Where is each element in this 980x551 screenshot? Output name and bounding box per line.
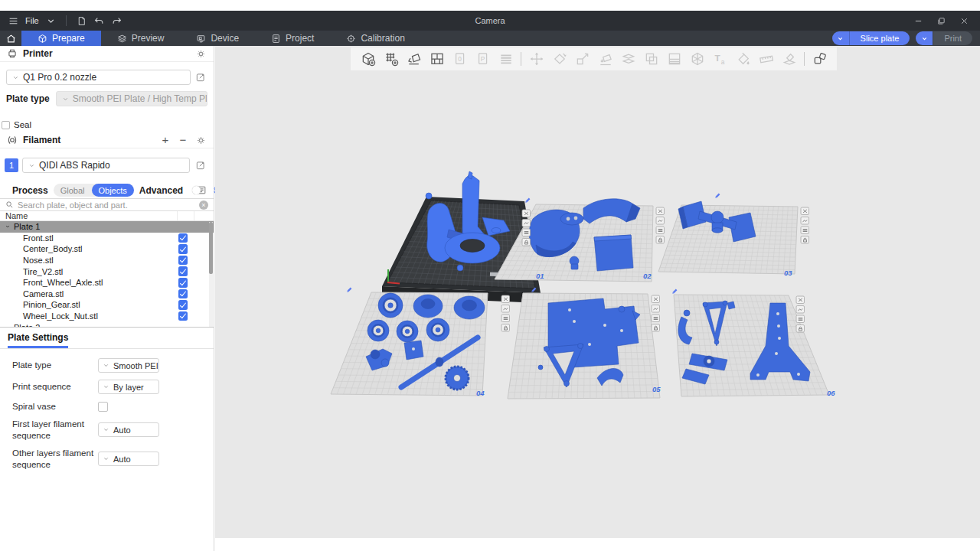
- slice-plate-button[interactable]: Slice plate: [832, 31, 910, 45]
- scope-global[interactable]: Global: [54, 186, 92, 195]
- tab-preview[interactable]: Preview: [101, 31, 181, 46]
- save-project-icon[interactable]: [76, 15, 87, 27]
- process-scope-toggle[interactable]: Global Objects: [54, 184, 134, 197]
- tree-row-plate-1[interactable]: Plate 1: [0, 221, 214, 233]
- mesh-edit-icon[interactable]: [689, 51, 705, 67]
- add-plate-icon[interactable]: [383, 51, 399, 67]
- rename-plate-pencil-icon[interactable]: [525, 198, 530, 203]
- spiral-vase-checkbox[interactable]: [98, 402, 108, 412]
- plate-settings-icon[interactable]: [801, 227, 809, 234]
- delete-plate-icon[interactable]: [796, 296, 805, 304]
- lock-plate-icon[interactable]: [652, 324, 660, 332]
- redo-icon[interactable]: [111, 15, 122, 27]
- build-plates-scene[interactable]: 010203040506: [215, 46, 980, 538]
- color-paint-icon[interactable]: [735, 51, 751, 67]
- scale-icon[interactable]: [574, 51, 590, 67]
- move-icon[interactable]: [528, 51, 544, 67]
- hamburger-menu-icon[interactable]: [8, 15, 19, 27]
- ps-first-layer-seq-select[interactable]: Auto: [98, 422, 159, 437]
- add-filament-button[interactable]: +: [159, 135, 172, 145]
- lock-plate-icon[interactable]: [522, 239, 531, 246]
- rotate-icon[interactable]: [551, 51, 567, 67]
- object-visibility-checkbox[interactable]: [178, 256, 188, 266]
- home-tab[interactable]: [0, 31, 21, 46]
- object-visibility-checkbox[interactable]: [178, 244, 188, 254]
- tree-row-object[interactable]: Camera.stl: [0, 289, 214, 300]
- tree-row-plate-2[interactable]: Plate 2: [0, 321, 214, 328]
- filament-edit-icon[interactable]: [194, 158, 207, 172]
- expand-chevron-icon[interactable]: [5, 324, 11, 328]
- lay-on-face-icon[interactable]: [597, 51, 613, 67]
- seam-paint-icon[interactable]: [781, 51, 797, 67]
- ps-print-sequence-select[interactable]: By layer: [98, 380, 159, 394]
- variable-layer-height-icon[interactable]: [666, 51, 682, 67]
- edit-plate-name-icon[interactable]: [501, 305, 510, 313]
- ps-plate-type-select[interactable]: Smooth PEI ...: [98, 358, 159, 373]
- delete-plate-icon[interactable]: [522, 210, 531, 217]
- printer-settings-gear-icon[interactable]: [194, 47, 207, 60]
- plate-type-select[interactable]: Smooth PEI Plate / High Temp Plate: [56, 91, 207, 106]
- restore-button[interactable]: [931, 13, 951, 28]
- tree-row-object[interactable]: Front_Wheel_Axle.stl: [0, 277, 214, 289]
- add-object-icon[interactable]: [360, 51, 376, 67]
- paste-icon[interactable]: P: [475, 51, 491, 67]
- search-input[interactable]: [18, 201, 195, 210]
- tree-row-object[interactable]: Front.stl: [0, 233, 214, 244]
- search-clear-icon[interactable]: ×: [199, 201, 208, 210]
- plate-settings-icon[interactable]: [522, 229, 531, 236]
- object-visibility-checkbox[interactable]: [178, 289, 188, 299]
- delete-plate-icon[interactable]: [801, 207, 809, 215]
- tab-calibration[interactable]: Calibration: [330, 31, 420, 46]
- tree-row-object[interactable]: Center_Body.stl: [0, 243, 214, 255]
- delete-plate-icon[interactable]: [656, 207, 665, 215]
- copy-icon[interactable]: 0: [452, 51, 468, 67]
- seal-checkbox[interactable]: [2, 121, 10, 129]
- mirror-icon[interactable]: [643, 51, 659, 67]
- file-menu-chevron-icon[interactable]: [45, 15, 57, 27]
- tree-row-object[interactable]: Tire_V2.stl: [0, 266, 214, 277]
- undo-icon[interactable]: [93, 15, 105, 27]
- printer-preset-select[interactable]: Q1 Pro 0.2 nozzle: [6, 70, 191, 85]
- tab-project[interactable]: Project: [255, 31, 330, 46]
- measure-icon[interactable]: [758, 51, 774, 67]
- list-scrollbar-thumb[interactable]: [209, 222, 213, 274]
- edit-plate-name-icon[interactable]: [656, 217, 665, 225]
- object-visibility-checkbox[interactable]: [178, 233, 188, 243]
- object-visibility-checkbox[interactable]: [178, 311, 188, 321]
- rename-plate-pencil-icon[interactable]: [672, 289, 677, 294]
- 3d-viewport[interactable]: 010203040506 0PTa: [215, 46, 980, 538]
- auto-orient-icon[interactable]: [406, 51, 422, 67]
- assembly-view-icon[interactable]: [812, 51, 828, 67]
- delete-plate-icon[interactable]: [652, 295, 660, 303]
- object-visibility-checkbox[interactable]: [178, 266, 188, 276]
- lock-plate-icon[interactable]: [796, 325, 805, 333]
- lock-plate-icon[interactable]: [656, 236, 665, 244]
- slice-dropdown-chevron-icon[interactable]: [832, 31, 849, 45]
- edit-plate-name-icon[interactable]: [522, 220, 531, 227]
- rename-plate-pencil-icon[interactable]: [347, 288, 351, 292]
- printer-edit-icon[interactable]: [194, 70, 207, 84]
- filament-settings-gear-icon[interactable]: [194, 134, 207, 146]
- rename-plate-pencil-icon[interactable]: [715, 194, 720, 198]
- tree-row-object[interactable]: Wheel_Lock_Nut.stl: [0, 311, 214, 322]
- object-visibility-checkbox[interactable]: [178, 278, 188, 288]
- edit-plate-name-icon[interactable]: [801, 217, 809, 225]
- print-dropdown-chevron-icon[interactable]: [916, 31, 933, 45]
- tab-device[interactable]: Device: [180, 31, 255, 46]
- delete-plate-icon[interactable]: [501, 295, 510, 303]
- lock-plate-icon[interactable]: [801, 236, 809, 244]
- text-icon[interactable]: Ta: [712, 51, 728, 67]
- object-visibility-checkbox[interactable]: [178, 300, 188, 310]
- cut-icon[interactable]: [620, 51, 636, 67]
- edit-plate-name-icon[interactable]: [796, 306, 805, 314]
- filament-preset-select[interactable]: QIDI ABS Rapido: [22, 158, 190, 173]
- scope-objects[interactable]: Objects: [92, 184, 134, 197]
- minimize-button[interactable]: [908, 13, 928, 28]
- build-plate-3[interactable]: [658, 205, 798, 274]
- edit-plate-name-icon[interactable]: [652, 305, 660, 313]
- expand-chevron-icon[interactable]: [5, 223, 11, 230]
- plate-settings-icon[interactable]: [796, 315, 805, 323]
- file-menu[interactable]: File: [25, 16, 39, 25]
- tree-row-object[interactable]: Nose.stl: [0, 255, 214, 266]
- arrange-icon[interactable]: [429, 51, 445, 67]
